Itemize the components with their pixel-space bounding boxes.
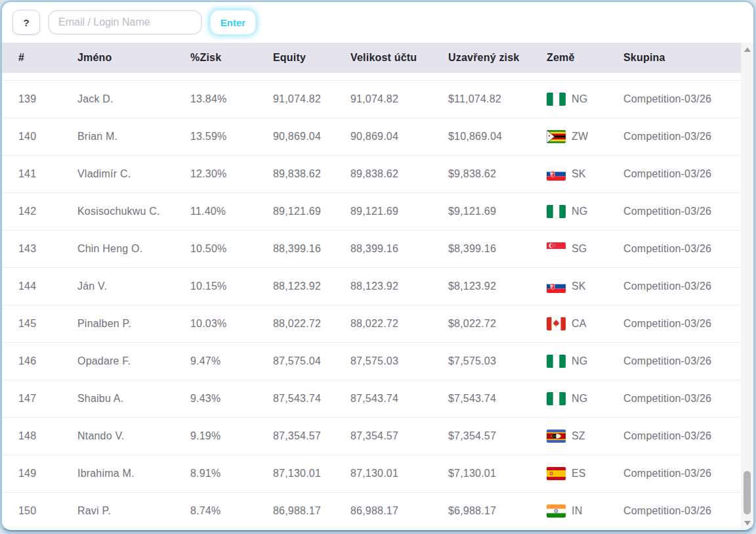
group-cell: Competition-03/26 — [623, 318, 741, 330]
email-login-input[interactable] — [48, 10, 202, 35]
country-code: SK — [572, 280, 586, 292]
closed-profit-cell: $8,022.72 — [448, 318, 547, 330]
account-size-cell: 89,121.69 — [350, 206, 448, 217]
table-header-row: # Jméno %Zisk Equity Velikost účtu Uzavř… — [2, 43, 741, 73]
column-header-closed-profit: Uzavřený zisk — [448, 52, 547, 64]
topbar: ? Enter — [2, 2, 753, 43]
profit-percent-cell: 9.43% — [190, 393, 273, 405]
flag-ng-icon — [547, 93, 566, 106]
flag-sk-icon — [547, 167, 566, 181]
profit-percent-cell: 9.47% — [190, 355, 273, 367]
rank-cell: 144 — [18, 280, 77, 292]
rank-cell: 148 — [18, 430, 77, 442]
group-cell: Competition-03/26 — [623, 430, 741, 442]
profit-percent-cell: 10.50% — [190, 243, 273, 255]
table-row: 140 Brian M. 13.59% 90,869.04 90,869.04 … — [2, 118, 741, 155]
scroll-up-icon[interactable] — [744, 47, 751, 52]
table-row: 142 Kosisochukwu C. 11.40% 89,121.69 89,… — [2, 192, 741, 230]
group-cell: Competition-03/26 — [623, 131, 741, 143]
country-code: CA — [572, 318, 587, 330]
table-row-partial — [2, 73, 741, 80]
country-code: ES — [572, 468, 586, 479]
closed-profit-cell: $10,869.04 — [448, 131, 547, 143]
table-row: 149 Ibrahima M. 8.91% 87,130.01 87,130.0… — [2, 455, 741, 492]
equity-cell: 88,399.16 — [273, 243, 350, 255]
leaderboard-table: # Jméno %Zisk Equity Velikost účtu Uzavř… — [2, 43, 741, 530]
account-size-cell: 87,354.57 — [350, 430, 448, 442]
closed-profit-cell: $8,123.92 — [448, 280, 547, 292]
name-cell: Ibrahima M. — [77, 468, 190, 479]
equity-cell: 91,074.82 — [273, 93, 350, 105]
flag-es-icon — [547, 467, 566, 480]
closed-profit-cell: $7,130.01 — [448, 468, 547, 479]
rank-cell: 141 — [18, 168, 77, 180]
table-row: 148 Ntando V. 9.19% 87,354.57 87,354.57 … — [2, 417, 741, 455]
flag-ng-icon — [547, 392, 566, 405]
table-row: 141 Vladimír C. 12.30% 89,838.62 89,838.… — [2, 155, 741, 192]
name-cell: Ján V. — [77, 280, 190, 292]
equity-cell: 89,838.62 — [273, 168, 350, 180]
country-cell: SZ — [547, 430, 623, 443]
name-cell: Ravi P. — [77, 505, 190, 517]
help-button[interactable]: ? — [12, 10, 40, 35]
scrollbar-thumb[interactable] — [744, 471, 751, 514]
column-header-country: Země — [547, 52, 623, 64]
column-header-profit-percent: %Zisk — [190, 52, 273, 64]
country-cell: ES — [547, 467, 623, 480]
account-size-cell: 87,575.03 — [350, 355, 448, 367]
enter-button[interactable]: Enter — [210, 10, 256, 35]
rank-cell: 140 — [18, 131, 77, 143]
equity-cell: 87,575.04 — [273, 355, 350, 367]
flag-zw-icon — [547, 130, 566, 143]
profit-percent-cell: 10.15% — [190, 280, 273, 292]
table-content: # Jméno %Zisk Equity Velikost účtu Uzavř… — [2, 43, 753, 530]
country-cell: NG — [547, 392, 623, 405]
name-cell: Opadare F. — [77, 355, 190, 367]
country-code: NG — [572, 393, 587, 405]
rank-cell: 139 — [18, 93, 77, 105]
flag-ng-icon — [547, 205, 566, 218]
group-cell: Competition-03/26 — [623, 505, 741, 517]
country-cell: NG — [547, 205, 623, 218]
table-body: 139 Jack D. 13.84% 91,074.82 91,074.82 $… — [2, 73, 741, 529]
account-size-cell: 89,838.62 — [350, 168, 448, 180]
group-cell: Competition-03/26 — [623, 280, 741, 292]
country-code: SG — [572, 243, 587, 255]
equity-cell: 89,121.69 — [273, 206, 350, 217]
profit-percent-cell: 11.40% — [190, 206, 273, 217]
account-size-cell: 87,130.01 — [350, 468, 448, 479]
country-code: SZ — [572, 430, 585, 442]
group-cell: Competition-03/26 — [623, 355, 741, 367]
name-cell: Jack D. — [77, 93, 190, 105]
account-size-cell: 87,543.74 — [350, 393, 448, 405]
group-cell: Competition-03/26 — [623, 93, 741, 105]
rank-cell: 149 — [18, 468, 77, 479]
vertical-scrollbar[interactable] — [741, 43, 753, 530]
column-header-equity: Equity — [273, 52, 350, 64]
equity-cell: 88,022.72 — [273, 318, 350, 330]
country-code: ZW — [572, 131, 588, 143]
name-cell: Chin Heng O. — [77, 243, 190, 255]
name-cell: Shaibu A. — [77, 393, 190, 405]
table-row: 146 Opadare F. 9.47% 87,575.04 87,575.03… — [2, 342, 741, 380]
country-cell: SG — [547, 242, 623, 256]
column-header-rank: # — [18, 52, 77, 64]
equity-cell: 87,543.74 — [273, 393, 350, 405]
flag-sk-icon — [547, 280, 566, 293]
flag-in-icon — [547, 504, 566, 518]
account-size-cell: 91,074.82 — [350, 93, 448, 105]
country-cell: NG — [547, 93, 623, 106]
scroll-down-icon[interactable] — [744, 521, 751, 525]
account-size-cell: 88,123.92 — [350, 280, 448, 292]
country-code: NG — [572, 206, 587, 217]
country-code: NG — [572, 355, 587, 367]
profit-percent-cell: 13.84% — [190, 93, 273, 105]
rank-cell: 146 — [18, 355, 77, 367]
name-cell: Pinalben P. — [77, 318, 190, 330]
equity-cell: 87,354.57 — [273, 430, 350, 442]
flag-sz-icon — [547, 430, 566, 443]
group-cell: Competition-03/26 — [623, 206, 741, 217]
closed-profit-cell: $6,988.17 — [448, 505, 547, 517]
closed-profit-cell: $7,543.74 — [448, 393, 547, 405]
equity-cell: 86,988.17 — [273, 505, 350, 517]
